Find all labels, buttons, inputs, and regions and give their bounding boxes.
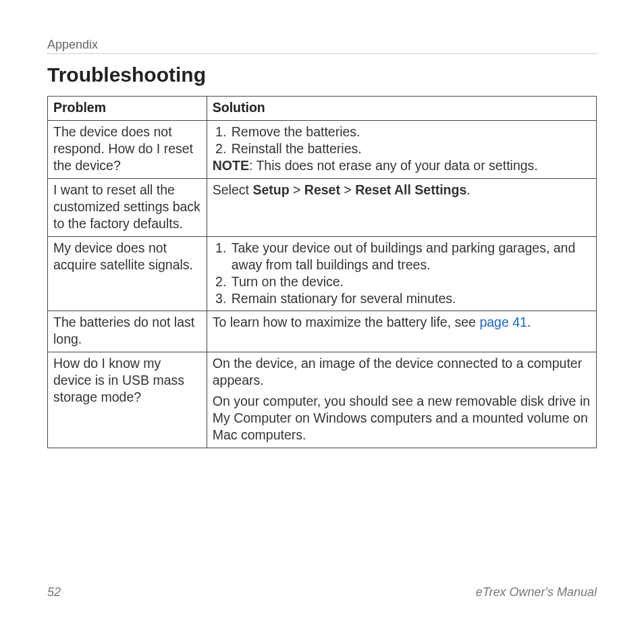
problem-cell: How do I know my device is in USB mass s… — [48, 352, 207, 448]
solution-note: NOTE: This does not erase any of your da… — [213, 157, 591, 174]
problem-cell: I want to reset all the customized setti… — [48, 178, 207, 236]
solution-paragraph: On the device, an image of the device co… — [213, 355, 591, 389]
page-title: Troubleshooting — [47, 63, 597, 86]
solution-text: Select — [213, 182, 253, 197]
menu-path-item: Reset All Settings — [355, 182, 466, 197]
table-row: The batteries do not last long. To learn… — [48, 311, 597, 352]
solution-cell: On the device, an image of the device co… — [207, 352, 596, 448]
solution-text: . — [466, 182, 470, 197]
solution-cell: Select Setup > Reset > Reset All Setting… — [207, 178, 596, 236]
solution-cell: Remove the batteries. Reinstall the batt… — [207, 120, 596, 178]
step-item: Remain stationary for several minutes. — [230, 290, 591, 307]
solution-text: . — [527, 315, 531, 329]
manual-page: Appendix Troubleshooting Problem Solutio… — [0, 0, 644, 644]
table-header-row: Problem Solution — [48, 97, 597, 121]
step-item: Take your device out of buildings and pa… — [230, 240, 591, 273]
menu-path-item: Reset — [304, 182, 340, 197]
note-label: NOTE — [213, 158, 249, 173]
solution-cell: To learn how to maximize the battery lif… — [207, 311, 596, 352]
col-header-solution: Solution — [207, 97, 596, 121]
table-row: I want to reset all the customized setti… — [48, 178, 597, 236]
page-link[interactable]: page 41 — [479, 315, 527, 329]
menu-path-sep: > — [290, 182, 304, 197]
problem-cell: The device does not respond. How do I re… — [48, 120, 207, 178]
solution-text: To learn how to maximize the battery lif… — [213, 315, 480, 329]
solution-steps: Remove the batteries. Reinstall the batt… — [213, 124, 591, 157]
table-row: The device does not respond. How do I re… — [48, 120, 597, 178]
manual-title: eTrex Owner's Manual — [476, 585, 597, 599]
menu-path-sep: > — [340, 182, 355, 197]
step-item: Reinstall the batteries. — [230, 140, 591, 157]
solution-steps: Take your device out of buildings and pa… — [213, 240, 591, 307]
page-number: 52 — [47, 585, 61, 599]
troubleshooting-table: Problem Solution The device does not res… — [47, 96, 597, 448]
step-item: Remove the batteries. — [230, 124, 591, 140]
table-row: My device does not acquire satellite sig… — [48, 236, 597, 311]
problem-cell: The batteries do not last long. — [48, 311, 207, 352]
page-footer: 52 eTrex Owner's Manual — [47, 585, 597, 599]
solution-cell: Take your device out of buildings and pa… — [207, 236, 596, 311]
solution-paragraph: On your computer, you should see a new r… — [213, 393, 591, 444]
step-item: Turn on the device. — [230, 273, 591, 290]
table-row: How do I know my device is in USB mass s… — [48, 352, 597, 448]
col-header-problem: Problem — [48, 97, 207, 121]
note-text: : This does not erase any of your data o… — [249, 158, 538, 173]
problem-cell: My device does not acquire satellite sig… — [48, 236, 207, 311]
section-header: Appendix — [47, 38, 597, 54]
menu-path-item: Setup — [252, 182, 289, 197]
